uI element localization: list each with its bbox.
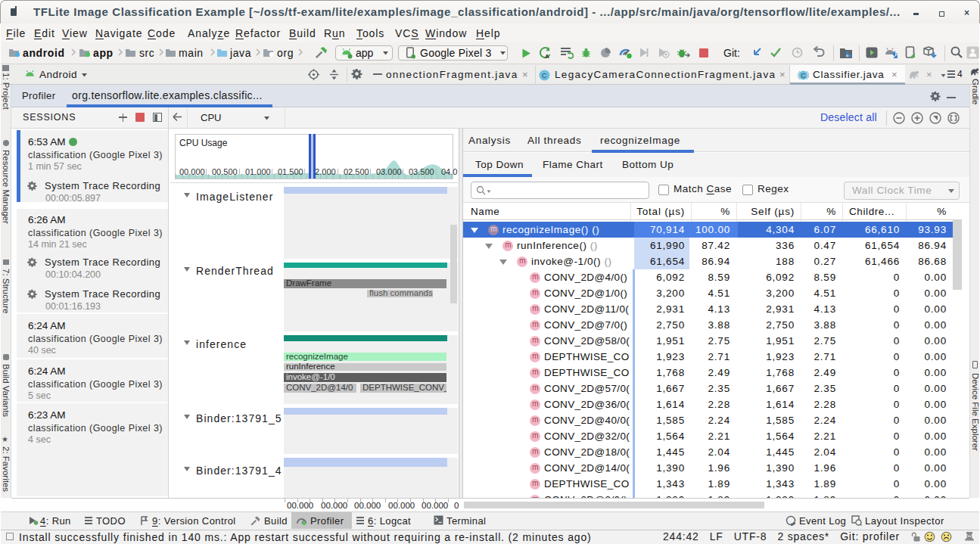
svg-text:A: A bbox=[545, 53, 549, 60]
svg-text:C: C bbox=[542, 72, 547, 79]
svg-text:C: C bbox=[801, 72, 806, 79]
